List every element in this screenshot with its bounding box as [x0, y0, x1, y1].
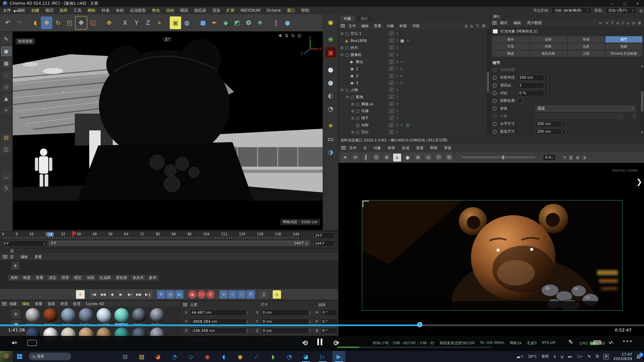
toolbar-button[interactable]: ▣ — [170, 16, 181, 29]
render-menu-item[interactable]: 文件 — [349, 145, 357, 150]
anim-ring-icon[interactable] — [493, 122, 497, 126]
object-label[interactable]: 1 — [356, 67, 358, 71]
transport-button[interactable]: ▶❙ — [144, 290, 152, 299]
attributes-menu-item[interactable]: 用户数据 — [527, 20, 542, 25]
edit-toggle[interactable]: ╱ — [389, 45, 394, 50]
object-label[interactable]: 空白.1 — [351, 31, 362, 36]
object-row[interactable]: ◉ 3 ╱ : ⌖ — [338, 79, 487, 86]
visibility-dots[interactable]: : — [396, 73, 398, 78]
menu-item[interactable]: 样条 — [99, 8, 113, 13]
toolbar-button[interactable]: ❂ — [243, 16, 254, 29]
taskbar-app[interactable]: ◕ — [152, 351, 164, 362]
size-input[interactable]: 0 cm — [261, 327, 309, 334]
material-menu-item[interactable]: 查看 — [35, 301, 42, 306]
anim-ring-icon[interactable] — [493, 76, 497, 80]
expand-toggle[interactable]: ⊟ — [340, 53, 345, 57]
object-row[interactable]: ⊞ ▢ 胸徽.ai ╱ : — [338, 101, 487, 108]
ime-indicator[interactable]: 拼 — [603, 354, 609, 359]
toolbar-button[interactable]: ◍ — [181, 16, 193, 29]
attribute-tab[interactable]: 光度 — [568, 43, 605, 50]
dropdown[interactable]: 圆盘∨ — [535, 106, 636, 112]
taskbar-app[interactable]: ◗ — [267, 351, 279, 362]
expand-toggle[interactable]: ⊞ — [351, 130, 356, 134]
attribute-tab[interactable]: 可见 — [492, 43, 529, 50]
taskbar-app[interactable]: ⊟ — [119, 351, 131, 362]
preview-range-bar[interactable]: 0 F 144 F ‖ — [48, 240, 310, 246]
mode-button[interactable]: ◫ — [2, 145, 11, 154]
layer-column-header[interactable]: 渲染 — [46, 275, 58, 281]
taskbar-app[interactable]: ◇ — [184, 351, 197, 362]
transport-button[interactable]: ▶▶ — [135, 290, 143, 299]
object-label[interactable]: 空白 — [361, 130, 369, 135]
render-small-icon[interactable]: ◑ — [582, 155, 586, 160]
rotation-input[interactable]: 0 ° — [320, 318, 338, 325]
transport-button[interactable]: ◉ — [188, 290, 197, 299]
object-label[interactable]: 人物 — [351, 87, 358, 93]
om-menu-item[interactable]: 查看 — [374, 23, 381, 28]
object-tag[interactable]: ▩ — [400, 39, 404, 43]
number-input[interactable]: 100 cm▴▾ — [518, 75, 547, 81]
material-item[interactable]: OctGlos — [78, 308, 94, 326]
visibility-dots[interactable]: : — [396, 116, 398, 120]
view-nav-icon[interactable]: ⇅ — [285, 33, 288, 38]
render-slider[interactable] — [462, 157, 535, 158]
hamburger-icon[interactable] — [492, 21, 497, 24]
strip-button[interactable]: ▣ — [325, 47, 336, 58]
attributes-header-icon[interactable]: ↑ — [611, 21, 614, 25]
transport-button[interactable]: ◀ — [108, 290, 116, 299]
render-tool-button[interactable]: ✶ — [341, 154, 349, 162]
edit-toggle[interactable]: ╱ — [389, 116, 394, 120]
edit-toggle[interactable]: ╱ — [389, 80, 394, 85]
transport-button[interactable]: ◎ — [273, 290, 281, 299]
anim-ring-icon[interactable] — [493, 83, 497, 87]
weather-temp[interactable]: 28°C — [528, 354, 537, 359]
clock[interactable]: 17:47 2023/9/24 — [613, 352, 632, 361]
render-tool-button[interactable]: Ⓕ — [435, 154, 443, 162]
object-label[interactable]: 胸徽.ai — [361, 102, 373, 107]
layer-column-header[interactable]: 动画 — [85, 275, 97, 281]
attribute-tab[interactable]: 坐标 — [530, 36, 567, 43]
object-row[interactable]: ⊞ ▢ 碎片 ╱ : — [338, 44, 487, 51]
material-sphere[interactable] — [132, 308, 147, 322]
layer-column-header[interactable]: 表达式 — [130, 275, 146, 281]
mode-button[interactable]: ▲ — [2, 94, 11, 103]
tab-objects[interactable]: 对象 — [340, 15, 355, 22]
transport-button[interactable]: ▶| — [126, 290, 134, 299]
edit-toggle[interactable]: ╱ — [389, 66, 394, 71]
taskbar-app[interactable]: ◉ — [201, 351, 214, 362]
toolbar-button[interactable]: ◩ — [231, 16, 243, 29]
strip-button[interactable]: ● — [325, 64, 336, 75]
object-row[interactable]: ◉ 2 ╱ : ⌖ — [338, 72, 487, 79]
menu-item[interactable]: 角色 — [149, 8, 163, 13]
toolbar-button[interactable]: ⌖ — [154, 16, 165, 29]
attribute-tab[interactable]: 焦散 — [605, 43, 643, 50]
menu-item[interactable]: 体积 — [113, 8, 127, 13]
object-row[interactable]: ◫ 对称 ╱ : ✓ ◫ — [338, 122, 487, 129]
render-small-icon[interactable]: ◔ — [562, 155, 566, 160]
hamburger-icon[interactable] — [3, 255, 7, 258]
anim-ring-icon[interactable] — [493, 107, 497, 111]
material-item[interactable]: OctGlos — [114, 308, 129, 326]
object-label[interactable]: 配饰 — [356, 95, 363, 100]
toolbar-button[interactable]: ◆ — [220, 16, 231, 29]
menu-item[interactable]: 帮助 — [298, 8, 312, 13]
menu-item[interactable]: 工具 — [70, 8, 85, 13]
hamburger-icon[interactable] — [183, 303, 187, 306]
edit-toggle[interactable]: ╱ — [389, 95, 394, 99]
material-item[interactable]: OctGlos — [60, 308, 76, 326]
object-tag[interactable]: ⌖ — [400, 81, 402, 85]
menu-item[interactable]: 窗口 — [284, 8, 298, 13]
layer-column-header[interactable]: 独显 — [21, 275, 33, 281]
material-item[interactable]: OctSpec — [25, 308, 40, 326]
menu-item[interactable]: 动画 — [163, 8, 177, 13]
material-menu-item[interactable]: 编辑 — [22, 301, 30, 306]
material-menu-item[interactable]: 选择 — [48, 301, 55, 306]
attributes-menu-item[interactable]: 编辑 — [514, 20, 521, 25]
toolbar-button[interactable]: ◰ — [64, 16, 75, 29]
rewind-10-button[interactable]: ⟲10 — [299, 338, 311, 348]
toolbar-button[interactable]: ❙ — [270, 16, 282, 29]
material-item[interactable]: OctDiff — [96, 308, 111, 326]
menu-item[interactable]: 创建 — [28, 8, 42, 13]
zoom-value-field[interactable]: 0.4▴▾ — [543, 154, 555, 161]
expand-toggle[interactable]: ⊞ — [340, 46, 345, 50]
